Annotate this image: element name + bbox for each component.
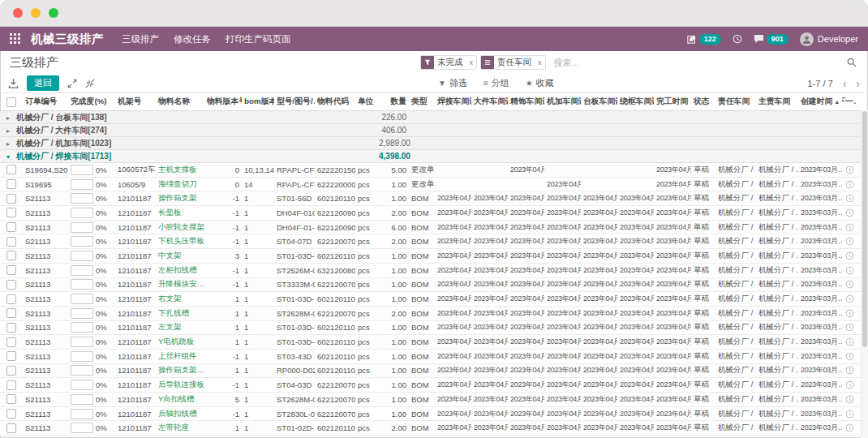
cell-material-name[interactable]: 后轴扣线槽 [156,409,204,419]
row-checkbox[interactable] [0,294,23,304]
progress-input[interactable] [71,222,93,233]
return-button[interactable]: 退回 [27,75,59,91]
cell-material-name[interactable]: 左支架 [156,322,204,333]
row-checkbox[interactable] [0,237,23,247]
col-material-version[interactable]: 物料版本号 [204,97,242,107]
col-finish-time[interactable]: 完工时间 [654,97,691,107]
table-row[interactable]: S21113 0% 12101187 小胶轮支撑架 -1 1 DH04F-01-… [0,221,868,235]
row-checkbox[interactable] [0,380,23,390]
progress-input[interactable] [71,322,93,333]
table-row[interactable]: S21113 0% 12101187 左柜扣线槽 -1 1 ST2526M-02… [0,264,868,278]
row-checkbox[interactable] [0,366,23,376]
messages-counter[interactable]: 122 [687,34,721,45]
cell-material-name[interactable]: 下扎线槽 [156,308,204,319]
col-bom-version[interactable]: bom版本 [242,97,274,107]
col-main-workshop[interactable]: 主责车间 [756,97,798,107]
window-minimize-button[interactable] [31,8,41,18]
next-activity-clock-icon[interactable] [842,423,857,432]
col-material-name[interactable]: 物料名称 [156,97,204,107]
next-activity-clock-icon[interactable] [842,309,857,318]
next-activity-clock-icon[interactable] [842,337,857,346]
next-activity-clock-icon[interactable] [842,266,857,275]
row-checkbox[interactable] [0,208,23,217]
window-close-button[interactable] [13,8,23,18]
row-checkbox[interactable] [0,308,23,318]
scrollbar-thumb[interactable] [862,111,867,347]
group-toggle-icon[interactable]: ▸ [6,127,16,135]
cell-material-name[interactable]: 后导轨连接板 [156,380,204,390]
progress-input[interactable] [71,251,93,261]
table-row[interactable]: S21113 0% 12101187 下机头压带板 -1 1 ST04-07D … [0,234,868,249]
row-checkbox[interactable] [0,280,23,290]
table-row[interactable]: S21113 0% 12101187 Y电机跷板 1 1 ST01-03D-16… [0,335,868,350]
row-checkbox[interactable] [0,222,23,232]
group-row[interactable]: ▸机械分厂 / 机加车间[1023] 2,989.00 [0,137,868,150]
next-activity-clock-icon[interactable] [842,208,857,217]
next-activity-clock-icon[interactable] [842,294,857,303]
cell-material-name[interactable]: 右支架 [156,294,204,304]
collapse-icon[interactable] [85,79,95,88]
table-row[interactable]: S21113 0% 12101187 左带轮座 1 1 ST01-02D-13 … [0,421,868,436]
cell-material-name[interactable]: 操作箱支架… [156,365,204,376]
group-row[interactable]: ▸机械分厂 / 台板车间[138] 226.00 [0,111,868,124]
col-machining-plan[interactable]: 机加车间计… [544,97,581,107]
next-activity-clock-icon[interactable] [842,280,857,289]
export-icon[interactable] [8,78,19,88]
next-activity-clock-icon[interactable] [842,410,857,419]
row-checkbox[interactable] [0,179,23,189]
row-checkbox[interactable] [0,251,23,260]
row-checkbox[interactable] [0,409,23,419]
col-winding-plan[interactable]: 绕框车间计… [617,97,654,107]
row-checkbox[interactable] [0,323,23,333]
progress-input[interactable] [71,394,93,405]
next-activity-clock-icon[interactable] [842,223,857,232]
table-row[interactable]: S21113 0% 12101187 操作箱支架… 1 1 RP000-D02-… [0,364,868,379]
next-activity-clock-icon[interactable] [842,180,857,189]
window-zoom-button[interactable] [49,8,58,18]
col-type[interactable]: 类型 [409,97,435,107]
facet-remove-icon[interactable]: x [535,56,545,69]
progress-input[interactable] [71,409,93,419]
next-activity-clock-icon[interactable] [842,352,857,361]
progress-input[interactable] [71,193,93,204]
table-row[interactable]: S21113 0% 12101187 后导轨连接板 -1 1 ST04-03D … [0,378,868,393]
expand-icon[interactable] [67,79,77,88]
row-checkbox[interactable] [0,351,23,361]
cell-material-name[interactable]: 左带轮座 [156,423,204,433]
table-row[interactable]: S21113 0% 12101187 长垫板 -1 1 DH04F-01C-… … [0,206,868,221]
select-all-checkbox[interactable] [0,97,23,107]
table-row[interactable]: S19694,S20… 0% 1060572车… 主机支撑板 0 10,13,1… [0,163,868,178]
row-checkbox[interactable] [0,194,23,204]
progress-input[interactable] [71,337,93,347]
cell-material-name[interactable]: 上丝杆组件 [156,351,204,362]
next-activity-clock-icon[interactable] [842,366,857,375]
next-activity-clock-icon[interactable] [842,251,857,260]
table-row[interactable]: S19695 0% 10605/9 海绵量切刀 0 14 RPAPL-CFM-…… [0,178,868,192]
cell-material-name[interactable]: 操作箱支架 [156,193,204,204]
row-checkbox[interactable] [0,423,23,433]
cell-material-name[interactable]: Y向扣线槽 [156,394,204,405]
col-quantity[interactable]: 数量 [376,97,409,107]
row-checkbox[interactable] [0,165,23,174]
col-material-code[interactable]: 物料代码 [315,97,355,107]
pager-prev-icon[interactable]: ‹ [843,78,847,89]
filters-button[interactable]: ▼ 筛选 [438,77,467,89]
next-activity-clock-icon[interactable] [842,323,857,332]
progress-input[interactable] [71,236,93,247]
row-checkbox[interactable] [0,337,23,347]
menu-item-print-codes[interactable]: 打印生产码页面 [226,33,291,45]
next-activity-clock-icon[interactable] [842,194,857,203]
col-finishing-plan[interactable]: 精饰车间计… [508,97,544,107]
user-menu[interactable]: Developer [800,32,858,46]
col-responsible-workshop[interactable]: 责任车间 [715,97,756,107]
table-row[interactable]: S21113 0% 12101187 左支架 1 1 ST01-03D-8 60… [0,321,868,336]
col-status[interactable]: 状态 [691,97,715,107]
progress-input[interactable] [71,179,93,190]
cell-material-name[interactable]: Y电机跷板 [156,337,204,347]
table-row[interactable]: S21113 0% 12101187 升降模块安… -1 1 ST3333M-0… [0,278,868,293]
favorites-button[interactable]: ★ 收藏 [526,77,554,89]
col-order[interactable]: 订单编号 [23,97,68,107]
row-checkbox[interactable] [0,394,23,404]
progress-input[interactable] [71,294,93,304]
col-platform-plan[interactable]: 台板车间计… [581,97,617,107]
